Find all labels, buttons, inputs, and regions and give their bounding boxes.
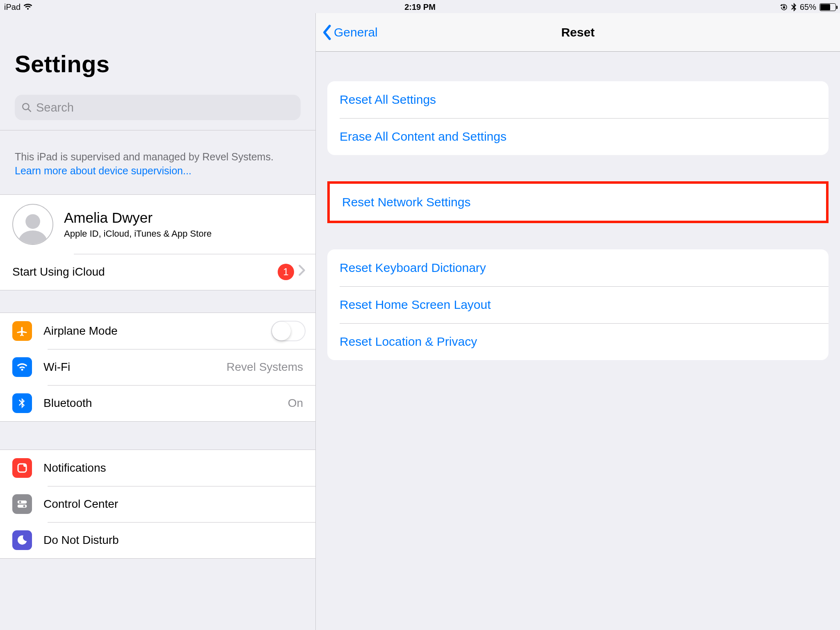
notifications-icon xyxy=(12,458,32,478)
svg-point-9 xyxy=(23,505,25,507)
device-label: iPad xyxy=(4,2,21,12)
moon-icon xyxy=(12,530,32,550)
reset-network-settings[interactable]: Reset Network Settings xyxy=(330,184,826,221)
supervision-learn-more-link[interactable]: Learn more about device supervision... xyxy=(15,165,192,176)
highlighted-group: Reset Network Settings xyxy=(327,181,829,223)
svg-point-5 xyxy=(23,463,27,467)
airplane-icon xyxy=(12,321,32,341)
profile-name: Amelia Dwyer xyxy=(64,210,212,226)
status-bar: iPad 2:19 PM 65% xyxy=(0,0,840,13)
detail-title: Reset xyxy=(561,25,595,39)
profile-sub: Apple ID, iCloud, iTunes & App Store xyxy=(64,228,212,239)
clock: 2:19 PM xyxy=(404,2,436,12)
wifi-icon xyxy=(23,4,32,10)
svg-point-7 xyxy=(19,501,21,503)
bluetooth-icon xyxy=(791,3,797,11)
search-placeholder: Search xyxy=(36,101,74,114)
nav-bar: General Reset xyxy=(316,13,840,52)
badge: 1 xyxy=(278,264,294,280)
airplane-mode-row[interactable]: Airplane Mode xyxy=(0,313,315,349)
control-center-row[interactable]: Control Center xyxy=(0,486,315,522)
bluetooth-settings-icon xyxy=(12,393,32,413)
svg-rect-8 xyxy=(18,504,27,508)
search-icon xyxy=(21,102,32,113)
svg-rect-6 xyxy=(18,500,27,504)
chevron-left-icon xyxy=(322,24,333,41)
svg-rect-0 xyxy=(783,7,785,8)
bluetooth-value: On xyxy=(288,397,306,410)
supervision-note: This iPad is supervised and managed by R… xyxy=(0,130,315,194)
reset-home-screen-layout[interactable]: Reset Home Screen Layout xyxy=(327,286,829,323)
notifications-row[interactable]: Notifications xyxy=(0,450,315,486)
settings-sidebar: Settings Search This iPad is supervised … xyxy=(0,13,316,630)
erase-all-content[interactable]: Erase All Content and Settings xyxy=(327,118,829,155)
reset-location-privacy[interactable]: Reset Location & Privacy xyxy=(327,323,829,360)
do-not-disturb-row[interactable]: Do Not Disturb xyxy=(0,522,315,558)
airplane-toggle[interactable] xyxy=(271,321,306,341)
wifi-value: Revel Systems xyxy=(226,361,306,374)
reset-keyboard-dictionary[interactable]: Reset Keyboard Dictionary xyxy=(327,249,829,286)
bluetooth-row[interactable]: Bluetooth On xyxy=(0,385,315,421)
svg-line-2 xyxy=(28,109,30,111)
reset-all-settings[interactable]: Reset All Settings xyxy=(327,81,829,118)
chevron-right-icon xyxy=(298,265,306,279)
battery-percent: 65% xyxy=(800,2,816,12)
search-input[interactable]: Search xyxy=(15,95,301,120)
battery-icon xyxy=(819,3,836,11)
svg-point-3 xyxy=(25,214,40,229)
back-button[interactable]: General xyxy=(316,24,378,41)
page-title: Settings xyxy=(15,50,301,78)
detail-pane: General Reset Reset All Settings Erase A… xyxy=(316,13,840,630)
start-icloud-row[interactable]: Start Using iCloud 1 xyxy=(0,254,315,290)
control-center-icon xyxy=(12,494,32,514)
wifi-settings-icon xyxy=(12,357,32,377)
avatar xyxy=(12,204,53,245)
apple-id-row[interactable]: Amelia Dwyer Apple ID, iCloud, iTunes & … xyxy=(0,195,315,254)
rotation-lock-icon xyxy=(780,3,788,11)
wifi-row[interactable]: Wi-Fi Revel Systems xyxy=(0,349,315,385)
